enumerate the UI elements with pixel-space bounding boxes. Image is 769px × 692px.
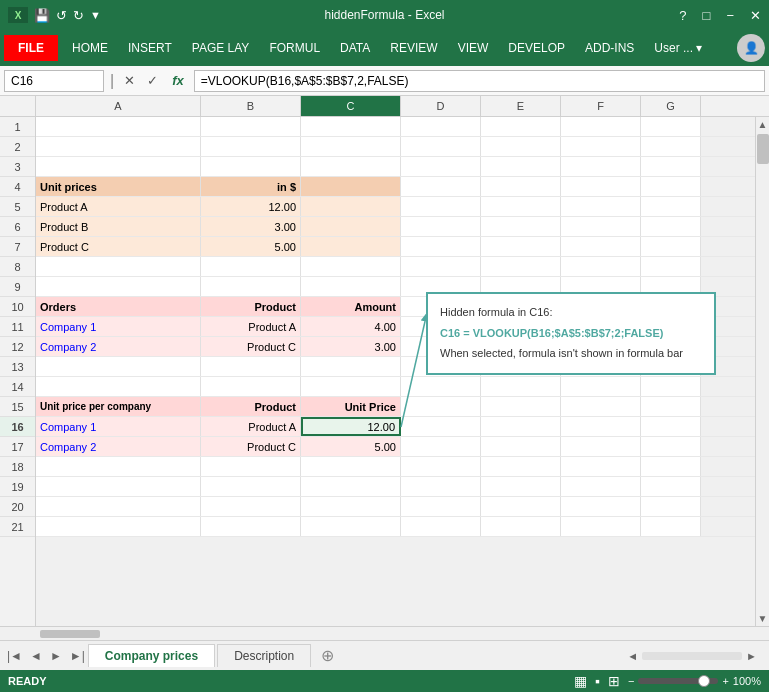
cell-b7[interactable]: 5.00 [201, 237, 301, 256]
scroll-thumb[interactable] [757, 134, 769, 164]
last-sheet-arrow[interactable]: ►| [67, 649, 88, 663]
cell-c2[interactable] [301, 137, 401, 156]
cell-g7[interactable] [641, 237, 701, 256]
cell-a6[interactable]: Product B [36, 217, 201, 236]
cell-c14[interactable] [301, 377, 401, 396]
col-header-e[interactable]: E [481, 96, 561, 116]
cell-g20[interactable] [641, 497, 701, 516]
cell-reference-box[interactable] [4, 70, 104, 92]
cell-b14[interactable] [201, 377, 301, 396]
col-header-g[interactable]: G [641, 96, 701, 116]
cell-g6[interactable] [641, 217, 701, 236]
home-menu[interactable]: HOME [62, 35, 118, 61]
confirm-formula-icon[interactable]: ✓ [143, 73, 162, 88]
cell-b16[interactable]: Product A [201, 417, 301, 436]
cell-g15[interactable] [641, 397, 701, 416]
col-header-b[interactable]: B [201, 96, 301, 116]
user-menu[interactable]: User ... ▾ [644, 35, 712, 61]
user-avatar[interactable]: 👤 [737, 34, 765, 62]
cell-f6[interactable] [561, 217, 641, 236]
scroll-up-arrow[interactable]: ▲ [756, 117, 769, 132]
cell-f19[interactable] [561, 477, 641, 496]
cell-a21[interactable] [36, 517, 201, 536]
review-menu[interactable]: REVIEW [380, 35, 447, 61]
cell-d19[interactable] [401, 477, 481, 496]
cell-f2[interactable] [561, 137, 641, 156]
next-sheet-arrow[interactable]: ► [47, 649, 65, 663]
cell-c3[interactable] [301, 157, 401, 176]
cell-b19[interactable] [201, 477, 301, 496]
zoom-slider-thumb[interactable] [698, 675, 710, 687]
cell-c15[interactable]: Unit Price [301, 397, 401, 416]
cell-c17[interactable]: 5.00 [301, 437, 401, 456]
cell-g4[interactable] [641, 177, 701, 196]
cell-a15[interactable]: Unit price per company [36, 397, 201, 416]
cell-e4[interactable] [481, 177, 561, 196]
cell-d18[interactable] [401, 457, 481, 476]
cell-c18[interactable] [301, 457, 401, 476]
cell-c7[interactable] [301, 237, 401, 256]
cell-f20[interactable] [561, 497, 641, 516]
cancel-formula-icon[interactable]: ✕ [120, 73, 139, 88]
cell-f15[interactable] [561, 397, 641, 416]
cell-f21[interactable] [561, 517, 641, 536]
cell-f1[interactable] [561, 117, 641, 136]
vertical-scrollbar[interactable]: ▲ ▼ [755, 117, 769, 626]
cell-e3[interactable] [481, 157, 561, 176]
pagelayout-menu[interactable]: PAGE LAY [182, 35, 260, 61]
cell-g21[interactable] [641, 517, 701, 536]
cell-a17[interactable]: Company 2 [36, 437, 201, 456]
cell-c10[interactable]: Amount [301, 297, 401, 316]
cell-e21[interactable] [481, 517, 561, 536]
cell-f16[interactable] [561, 417, 641, 436]
view-menu[interactable]: VIEW [448, 35, 499, 61]
cell-g3[interactable] [641, 157, 701, 176]
cell-a13[interactable] [36, 357, 201, 376]
col-header-d[interactable]: D [401, 96, 481, 116]
cell-d20[interactable] [401, 497, 481, 516]
horizontal-scrollbar[interactable] [0, 626, 769, 640]
cell-e16[interactable] [481, 417, 561, 436]
cell-f14[interactable] [561, 377, 641, 396]
cell-b20[interactable] [201, 497, 301, 516]
cell-f17[interactable] [561, 437, 641, 456]
cell-f7[interactable] [561, 237, 641, 256]
cell-b12[interactable]: Product C [201, 337, 301, 356]
sheet-tab-description[interactable]: Description [217, 644, 311, 667]
cell-a19[interactable] [36, 477, 201, 496]
cell-d2[interactable] [401, 137, 481, 156]
cell-d4[interactable] [401, 177, 481, 196]
cell-d15[interactable] [401, 397, 481, 416]
cell-c1[interactable] [301, 117, 401, 136]
cell-b13[interactable] [201, 357, 301, 376]
restore-button[interactable]: □ [703, 8, 711, 23]
cell-e14[interactable] [481, 377, 561, 396]
cell-c19[interactable] [301, 477, 401, 496]
zoom-plus[interactable]: + [722, 675, 728, 687]
zoom-minus[interactable]: − [628, 675, 634, 687]
undo-icon[interactable]: ↺ [56, 8, 67, 23]
col-header-f[interactable]: F [561, 96, 641, 116]
cell-c21[interactable] [301, 517, 401, 536]
cell-d16[interactable] [401, 417, 481, 436]
cell-a7[interactable]: Product C [36, 237, 201, 256]
cell-e17[interactable] [481, 437, 561, 456]
cell-g17[interactable] [641, 437, 701, 456]
cell-b17[interactable]: Product C [201, 437, 301, 456]
sheet-tab-company-prices[interactable]: Company prices [88, 644, 215, 667]
cell-b15[interactable]: Product [201, 397, 301, 416]
cell-b5[interactable]: 12.00 [201, 197, 301, 216]
cell-e8[interactable] [481, 257, 561, 276]
cell-b4[interactable]: in $ [201, 177, 301, 196]
cell-a20[interactable] [36, 497, 201, 516]
scroll-down-arrow[interactable]: ▼ [756, 611, 769, 626]
cell-d14[interactable] [401, 377, 481, 396]
addins-menu[interactable]: ADD-INS [575, 35, 644, 61]
cell-e2[interactable] [481, 137, 561, 156]
cell-c12[interactable]: 3.00 [301, 337, 401, 356]
save-icon[interactable]: 💾 [34, 8, 50, 23]
cell-g5[interactable] [641, 197, 701, 216]
cell-b9[interactable] [201, 277, 301, 296]
cell-f4[interactable] [561, 177, 641, 196]
cell-b3[interactable] [201, 157, 301, 176]
